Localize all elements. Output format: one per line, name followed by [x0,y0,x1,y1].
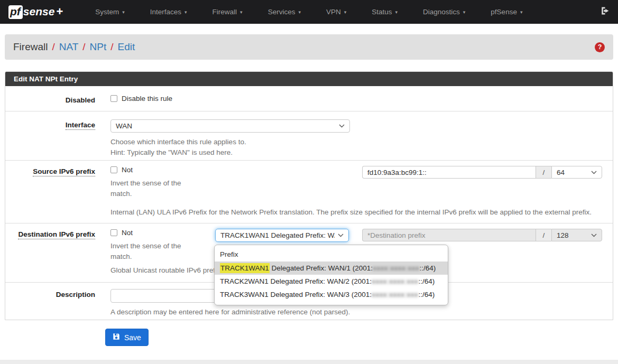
interface-select[interactable]: WAN [110,119,350,133]
source-not-label: Not [122,166,133,174]
option-text-tail: ::/64) [419,264,436,272]
caret-down-icon: ▾ [185,10,187,15]
source-prefix-length-select[interactable]: 64 [551,166,602,179]
chevron-down-icon [338,234,344,237]
nav-item-label: Firewall [213,8,237,16]
chevron-down-icon [339,124,345,128]
slash-separator: / [536,229,551,241]
disable-rule-checkbox-row: Disable this rule [110,95,602,102]
nav-item-vpn[interactable]: VPN▾ [318,8,354,16]
source-not-checkbox[interactable] [110,166,117,173]
breadcrumb-link-nat[interactable]: NAT [59,41,79,53]
destination-prefix-length-select: 128 [551,229,602,241]
redacted-ipv6: xxxx:xxxx:xxx [372,277,418,285]
nav-item-label: System [95,8,119,16]
destination-prefix-address-input [362,229,536,241]
nav-item-status[interactable]: Status▾ [364,8,405,16]
destination-prefix-input-group: / 128 [362,229,602,241]
breadcrumb-separator: / [52,41,54,53]
source-prefix-length-value: 64 [557,169,588,176]
nav-item-label: VPN [326,8,341,16]
caret-down-icon: ▾ [298,10,301,15]
source-prefix-address-input[interactable] [362,166,536,179]
breadcrumb-separator: / [82,41,85,53]
source-not-checkbox-row: Not [110,166,215,174]
save-button-label: Save [124,333,141,342]
top-navbar: pfsense+ System▾ Interfaces▾ Firewall▾ S… [0,0,618,24]
dropdown-option-track3wan1[interactable]: TRACK3WAN1 Delegated Prefix: WAN/3 (2001… [215,288,448,301]
form-row-interface: Interface WAN Choose which interface thi… [5,111,613,161]
nav-menu: System▾ Interfaces▾ Firewall▾ Services▾ … [87,8,540,16]
caret-down-icon: ▾ [122,10,125,15]
caret-down-icon: ▾ [395,10,398,15]
destination-invert-help: Invert the sense of the match. [110,241,195,262]
option-name: TRACK2WAN1 [220,277,269,285]
edit-npt-panel: Edit NAT NPt Entry Disabled Disable this… [5,71,613,320]
destination-not-checkbox-row: Not [110,229,215,237]
nav-item-system[interactable]: System▾ [87,8,133,16]
option-text-tail: ::/64) [418,277,435,285]
footer-strip [0,360,618,364]
destination-not-label: Not [122,229,133,237]
source-prefix-help: Internal (LAN) ULA IPv6 Prefix for the N… [110,207,602,218]
destination-not-checkbox[interactable] [110,229,117,236]
nav-item-firewall[interactable]: Firewall▾ [205,8,251,16]
form-row-source-prefix: Source IPv6 prefix Not Invert the sense … [5,161,613,223]
disable-rule-checkbox[interactable] [110,95,117,102]
panel-title: Edit NAT NPt Entry [5,72,613,86]
breadcrumb-firewall: Firewall [13,41,48,53]
nav-item-label: Diagnostics [423,8,460,16]
source-invert-help: Invert the sense of the match. [110,178,195,199]
breadcrumb-link-npt[interactable]: NPt [90,41,107,53]
option-name: TRACK3WAN1 [220,291,269,298]
caret-down-icon: ▾ [240,10,243,15]
option-text: Delegated Prefix: WAN/1 (2001: [270,264,373,272]
redacted-ipv6: xxxx:xxxx:xxx [372,291,418,298]
nav-item-label: Interfaces [150,8,181,16]
breadcrumb: Firewall / NAT / NPt / Edit ? [5,34,613,60]
save-floppy-icon [113,333,120,342]
nav-item-label: pfSense [491,8,517,16]
nav-item-interfaces[interactable]: Interfaces▾ [142,8,195,16]
nav-item-pfsense[interactable]: pfSense▾ [483,8,530,16]
dropdown-option-track2wan1[interactable]: TRACK2WAN1 Delegated Prefix: WAN/2 (2001… [215,275,448,288]
destination-prefix-select[interactable]: TRACK1WAN1 Delegated Prefix: WAN [215,229,349,242]
help-icon[interactable]: ? [595,42,605,52]
nav-item-label: Status [372,8,392,16]
chevron-down-icon [591,234,597,237]
logo-pf-box: pf [8,5,23,18]
nav-item-diagnostics[interactable]: Diagnostics▾ [415,8,473,16]
pfsense-logo[interactable]: pfsense+ [8,5,63,18]
destination-prefix-select-value: TRACK1WAN1 Delegated Prefix: WAN [220,231,335,239]
interface-help-line1: Choose which interface this rule applies… [110,137,602,147]
disabled-label: Disabled [5,95,95,104]
dropdown-group-label: Prefix [215,248,448,262]
interface-label: Interface [66,121,95,130]
description-label: Description [5,289,95,318]
source-prefix-input-group: / 64 [362,166,602,179]
destination-prefix-label: Destination IPv6 prefix [18,230,95,239]
form-row-destination-prefix: Destination IPv6 prefix Not Invert the s… [5,223,613,283]
dropdown-option-track1wan1[interactable]: TRACK1WAN1 Delegated Prefix: WAN/1 (2001… [215,262,448,275]
nav-item-services[interactable]: Services▾ [260,8,309,16]
redacted-ipv6: xxxx:xxxx:xxx [373,264,419,272]
source-prefix-label: Source IPv6 prefix [33,167,95,176]
highlighted-text: TRACK1WAN1 [220,263,270,273]
slash-separator: / [536,166,551,179]
form-row-disabled: Disabled Disable this rule [5,86,613,111]
interface-help-line2: Hint: Typically the "WAN" is used here. [110,147,602,158]
logout-button[interactable] [600,6,610,17]
caret-down-icon: ▾ [344,10,347,15]
disable-rule-checkbox-label: Disable this rule [122,95,172,102]
save-button[interactable]: Save [105,329,149,346]
option-text: Delegated Prefix: WAN/3 (2001: [269,291,372,298]
destination-prefix-dropdown: Prefix TRACK1WAN1 Delegated Prefix: WAN/… [214,245,448,305]
breadcrumb-separator: / [110,41,113,53]
interface-select-value: WAN [116,122,336,130]
logo-sense-text: sense [23,5,55,18]
logo-plus: + [56,5,63,18]
nav-item-label: Services [268,8,296,16]
chevron-down-icon [591,171,597,174]
breadcrumb-link-edit[interactable]: Edit [118,41,135,53]
description-help: A description may be entered here for ad… [110,307,602,318]
